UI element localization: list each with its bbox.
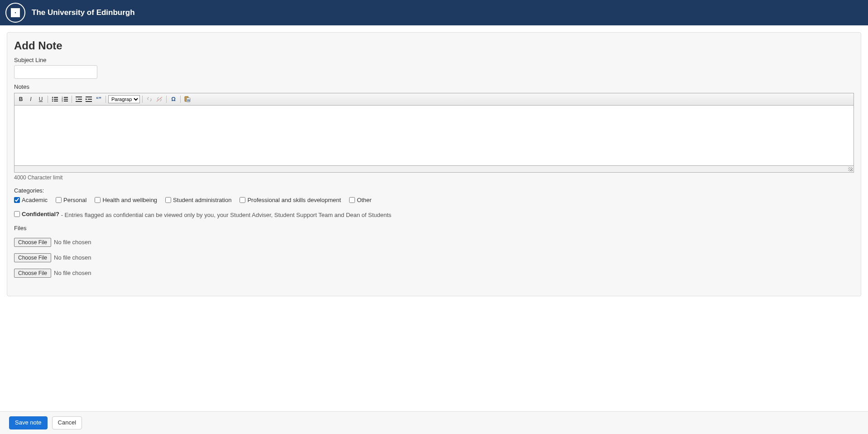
underline-button[interactable]: U	[36, 95, 45, 103]
svg-rect-11	[64, 101, 68, 101]
toolbar-separator	[142, 96, 143, 103]
editor-resize-handle[interactable]	[14, 166, 854, 173]
category-label: Other	[357, 197, 372, 203]
category-label: Health and wellbeing	[102, 197, 157, 203]
category-label: Professional and skills development	[247, 197, 341, 203]
categories-label: Categories:	[14, 187, 854, 194]
subject-label: Subject Line	[14, 57, 854, 63]
svg-marker-13	[76, 98, 77, 100]
category-checkbox[interactable]	[56, 197, 62, 203]
indent-button[interactable]	[84, 95, 93, 103]
confidential-row: Confidential? - Entries flagged as confi…	[14, 211, 854, 218]
format-select[interactable]: Paragraph	[108, 95, 140, 103]
svg-rect-1	[54, 97, 58, 98]
confidential-description: - Entries flagged as confidential can be…	[61, 212, 392, 218]
toolbar-separator	[180, 96, 181, 103]
notes-textarea[interactable]	[14, 106, 854, 166]
svg-rect-18	[88, 99, 92, 100]
svg-rect-9	[64, 99, 68, 100]
main-panel: Add Note Subject Line Notes B I U 123 “”	[7, 32, 861, 296]
app-header: The University of Edinburgh	[0, 0, 868, 25]
svg-rect-7	[64, 97, 68, 98]
category-checkbox[interactable]	[165, 197, 171, 203]
svg-point-4	[52, 101, 53, 102]
italic-button[interactable]: I	[26, 95, 35, 103]
subject-input[interactable]	[14, 65, 97, 79]
choose-file-button[interactable]: Choose File	[14, 238, 51, 247]
category-label: Student administration	[173, 197, 231, 203]
page-title: Add Note	[14, 39, 854, 52]
confidential-checkbox[interactable]	[14, 211, 20, 217]
files-label: Files	[14, 225, 854, 231]
toolbar-separator	[72, 96, 72, 103]
category-health-and-wellbeing[interactable]: Health and wellbeing	[95, 197, 157, 203]
editor-toolbar: B I U 123 “” Paragraph	[14, 93, 854, 106]
categories-row: AcademicPersonalHealth and wellbeingStud…	[14, 197, 854, 203]
category-checkbox[interactable]	[95, 197, 101, 203]
bold-button[interactable]: B	[16, 95, 25, 103]
choose-file-button[interactable]: Choose File	[14, 269, 51, 278]
svg-rect-15	[76, 101, 82, 102]
outdent-button[interactable]	[74, 95, 83, 103]
svg-rect-5	[54, 101, 58, 101]
category-other[interactable]: Other	[349, 197, 372, 203]
toolbar-separator	[48, 96, 48, 103]
category-student-administration[interactable]: Student administration	[165, 197, 231, 203]
svg-point-2	[52, 99, 53, 100]
svg-text:W: W	[187, 99, 190, 102]
numbered-list-button[interactable]: 123	[60, 95, 69, 103]
university-logo	[5, 3, 25, 23]
rich-text-editor: B I U 123 “” Paragraph	[14, 93, 854, 173]
choose-file-button[interactable]: Choose File	[14, 253, 51, 262]
blockquote-button[interactable]: “”	[94, 95, 103, 103]
special-char-button[interactable]: Ω	[169, 95, 178, 103]
category-label: Academic	[22, 197, 48, 203]
svg-text:3: 3	[62, 100, 63, 102]
category-checkbox[interactable]	[240, 197, 245, 203]
file-row: Choose FileNo file chosen	[14, 253, 854, 262]
bullet-list-button[interactable]	[50, 95, 59, 103]
file-list: Choose FileNo file chosenChoose FileNo f…	[14, 238, 854, 278]
file-row: Choose FileNo file chosen	[14, 238, 854, 247]
file-state-text: No file chosen	[54, 239, 91, 246]
svg-marker-17	[86, 98, 87, 100]
category-label: Personal	[63, 197, 86, 203]
char-limit-text: 4000 Character limit	[14, 174, 854, 181]
category-checkbox[interactable]	[349, 197, 355, 203]
paste-from-word-button[interactable]: W	[183, 95, 192, 103]
confidential-label: Confidential?	[22, 211, 59, 217]
unlink-button[interactable]	[155, 95, 164, 103]
app-title: The University of Edinburgh	[32, 8, 135, 17]
link-button[interactable]	[145, 95, 154, 103]
svg-rect-12	[76, 96, 82, 97]
file-state-text: No file chosen	[54, 270, 91, 276]
svg-rect-19	[86, 101, 92, 102]
toolbar-separator	[106, 96, 106, 103]
category-checkbox[interactable]	[14, 197, 20, 203]
toolbar-separator	[166, 96, 167, 103]
category-personal[interactable]: Personal	[56, 197, 86, 203]
svg-rect-14	[78, 99, 82, 100]
category-professional-and-skills-development[interactable]: Professional and skills development	[240, 197, 341, 203]
notes-label: Notes	[14, 83, 854, 90]
svg-rect-3	[54, 99, 58, 100]
svg-rect-16	[86, 96, 92, 97]
svg-point-0	[52, 97, 53, 98]
category-academic[interactable]: Academic	[14, 197, 48, 203]
file-row: Choose FileNo file chosen	[14, 269, 854, 278]
file-state-text: No file chosen	[54, 254, 91, 261]
